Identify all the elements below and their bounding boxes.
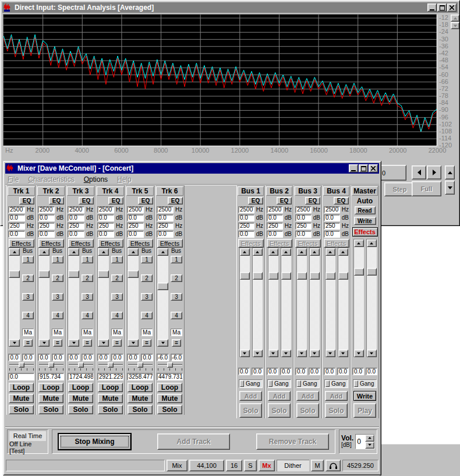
volume-down-button[interactable] [365,442,374,449]
effects-button[interactable]: Effects [238,239,264,248]
add-button[interactable]: Add [296,391,319,401]
add-button[interactable]: Add [268,391,291,401]
eq-button[interactable]: EQ [79,197,94,204]
master-assign-button[interactable]: Ma [22,329,34,336]
fader-up-button[interactable] [98,248,109,256]
fader-up-button[interactable] [310,248,320,256]
eq-low-freq-field[interactable]: 250 [238,223,254,230]
effects-button[interactable]: Effects [324,239,349,248]
position-field[interactable]: 915.734 [38,373,64,380]
close-icon[interactable] [369,164,378,172]
effects-button[interactable]: Effects [295,239,321,248]
solo-button[interactable]: Solo [268,403,291,418]
bus-3-button[interactable]: 3 [22,293,34,301]
fader-up-button[interactable] [38,248,49,256]
eq-high-freq-field[interactable]: 2500 [324,206,340,213]
eq-high-gain-field[interactable]: 0.0 [38,214,55,221]
bus-fader-right[interactable] [309,248,320,357]
eq-low-freq-field[interactable]: 250 [295,223,312,230]
bus-1-button[interactable]: 1 [22,256,34,263]
write-button[interactable]: Write [354,217,376,225]
fader-up-button[interactable] [325,248,335,256]
position-field[interactable]: 1724.498 [68,373,94,380]
fader-up-button[interactable] [128,248,139,256]
bus-2-button[interactable]: 2 [111,274,123,282]
fader-up-button[interactable] [9,248,20,256]
bus-2-button[interactable]: 2 [171,274,182,282]
bus-fader-left[interactable] [296,248,307,357]
gang-toggle[interactable]: Gang [353,379,377,388]
solo-button[interactable]: Solo [68,405,93,414]
eq-low-freq-field[interactable]: 250 [38,223,55,230]
solo-button[interactable]: Solo [98,405,123,414]
eq-high-freq-field[interactable]: 2500 [8,206,25,213]
eq-button[interactable]: EQ [305,197,320,204]
maximize-button[interactable] [359,164,368,172]
bus-4-button[interactable]: 4 [82,312,93,319]
equals-button[interactable]: = [53,339,62,347]
eq-button[interactable]: EQ [248,197,263,204]
bus-fader-right[interactable] [338,248,348,357]
menu-characteristics[interactable]: Characteristics [28,175,74,184]
fader-up-button[interactable] [297,248,307,256]
pan-thumb[interactable] [78,362,84,368]
eq-low-gain-field[interactable]: 0.0 [38,231,55,238]
bus-fader-left[interactable] [268,248,278,357]
eq-button[interactable]: EQ [277,197,292,204]
pan-slider[interactable] [9,362,34,371]
eq-low-gain-field[interactable]: 0.0 [157,231,174,238]
eq-low-gain-field[interactable]: 0.0 [8,231,25,238]
bus-1-button[interactable]: 1 [141,256,153,263]
bus-fader-right[interactable] [281,248,291,357]
fader-down-button[interactable] [240,350,250,357]
fader-thumb[interactable] [157,283,168,290]
minimize-button[interactable] [427,3,437,12]
bus-4-button[interactable]: 4 [111,312,123,319]
gang-toggle[interactable]: Gang [324,379,348,388]
master-write-button[interactable]: Write [353,391,376,401]
mute-button[interactable]: Mute [98,394,123,403]
eq-high-freq-field[interactable]: 2500 [97,206,114,213]
equals-button[interactable]: = [23,339,33,347]
scale-down-button[interactable] [445,181,455,195]
bus-1-button[interactable]: 1 [52,256,63,263]
mute-button[interactable]: Mute [128,394,153,403]
status-mx[interactable]: Mx [259,460,275,471]
pan-thumb[interactable] [137,362,143,368]
mute-button[interactable]: Mute [9,394,34,403]
volume-fader[interactable] [157,248,168,347]
pan-slider[interactable] [69,362,93,371]
solo-button[interactable]: Solo [128,405,153,414]
eq-button[interactable]: EQ [138,197,153,204]
bus-1-button[interactable]: 1 [171,256,182,263]
gang-toggle[interactable]: Gang [267,379,291,388]
bus-fader-left[interactable] [239,248,250,357]
fader-up-button[interactable] [68,248,79,256]
bus-4-button[interactable]: 4 [22,312,34,319]
pan-thumb[interactable] [19,362,24,368]
solo-button[interactable]: Solo [325,403,348,418]
fader-up-button[interactable] [281,248,291,256]
fader-up-button[interactable] [268,248,278,256]
effects-button[interactable]: Effects [98,239,123,248]
mixer-titlebar[interactable]: Mixer [Dave McConnell] - [Concert] [5,163,379,174]
close-icon[interactable] [447,3,457,12]
remove-track-button[interactable]: Remove Track [256,433,329,450]
eq-high-gain-field[interactable]: 0.0 [157,214,174,221]
fader-down-button[interactable] [325,350,335,357]
volume-fader[interactable] [68,248,79,347]
eq-low-gain-field[interactable]: 0.0 [295,231,312,238]
fader-up-button[interactable] [253,248,263,256]
eq-button[interactable]: EQ [108,197,123,204]
status-mix[interactable]: Mix [167,460,187,471]
real-time-option[interactable]: Real Time [9,431,46,441]
position-field[interactable]: 2921.229 [97,373,123,380]
fader-up-button[interactable] [338,248,348,256]
bus-4-button[interactable]: 4 [52,312,63,319]
eq-low-gain-field[interactable]: 0.0 [324,231,340,238]
mute-button[interactable]: Mute [38,394,63,403]
eq-high-freq-field[interactable]: 2500 [238,206,254,213]
menu-help[interactable]: Help [117,175,132,184]
master-effects-button[interactable]: Effects [352,227,378,237]
eq-high-gain-field[interactable]: 0.0 [127,214,144,221]
